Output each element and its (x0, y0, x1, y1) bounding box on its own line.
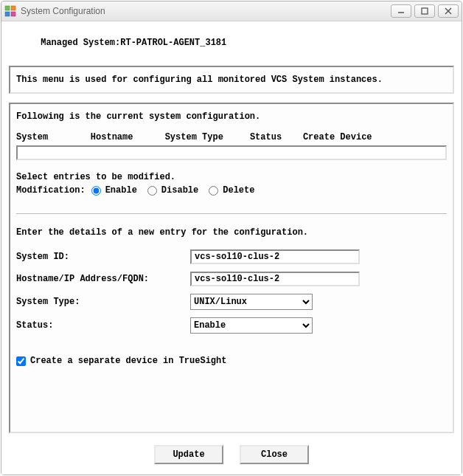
client-area: Managed System:RT-PATROL-AGENT_3181 This… (1, 21, 462, 475)
modification-label: Modification: (16, 185, 86, 196)
managed-system-prefix: Managed System: (41, 38, 120, 48)
window-frame: System Configuration Managed System:RT-P… (1, 1, 462, 475)
svg-rect-5 (422, 8, 428, 14)
detail-intro: Enter the details of a new entry for the… (16, 227, 447, 238)
close-dialog-button[interactable]: Close (240, 445, 309, 464)
svg-rect-1 (11, 6, 15, 10)
col-hostname: Hostname (91, 132, 133, 142)
system-type-select[interactable]: UNIX/Linux (190, 294, 313, 310)
maximize-button[interactable] (414, 4, 435, 18)
minimize-button[interactable] (391, 4, 411, 18)
mod-radio-delete[interactable] (209, 186, 218, 196)
create-device-label: Create a separate device in TrueSight (30, 356, 226, 366)
managed-system-heading: Managed System:RT-PATROL-AGENT_3181 (9, 27, 454, 58)
button-bar: Update Close (7, 435, 456, 472)
separator (16, 213, 447, 214)
table-headers: System Hostname System Type Status Creat… (16, 132, 447, 142)
update-button[interactable]: Update (154, 445, 223, 464)
mod-radio-enable[interactable] (91, 186, 101, 196)
app-icon (4, 5, 16, 17)
svg-rect-3 (11, 12, 15, 16)
close-button[interactable] (438, 4, 459, 18)
titlebar: System Configuration (1, 1, 462, 21)
mod-radio-disable[interactable] (147, 186, 157, 196)
hostname-label: Hostname/IP Address/FQDN: (16, 274, 190, 284)
entries-list[interactable] (16, 145, 447, 160)
mod-radio-enable-label: Enable (105, 185, 137, 196)
managed-system-name: RT-PATROL-AGENT_3181 (120, 38, 226, 48)
mod-radio-delete-label: Delete (223, 185, 254, 196)
col-create-device: Create Device (303, 132, 372, 142)
hostname-input[interactable] (190, 272, 360, 286)
status-label: Status: (16, 320, 190, 331)
mod-radio-disable-label: Disable (161, 185, 198, 196)
col-status: Status (250, 132, 282, 142)
col-system: System (16, 132, 48, 142)
panel-intro: Following is the current system configur… (16, 111, 447, 122)
config-panel: Following is the current system configur… (9, 103, 454, 433)
modification-row: Modification: Enable Disable Delete (16, 185, 447, 196)
svg-rect-2 (5, 12, 10, 16)
create-device-checkbox[interactable] (16, 356, 26, 366)
select-entries-label: Select entries to be modified. (16, 172, 447, 182)
col-system-type: System Type (165, 132, 223, 142)
system-id-input[interactable] (190, 249, 360, 264)
info-box: This menu is used for configuring all mo… (9, 66, 454, 94)
system-id-label: System ID: (16, 252, 190, 262)
svg-rect-0 (5, 6, 10, 10)
window-title: System Configuration (21, 6, 105, 16)
system-type-label: System Type: (16, 297, 190, 307)
status-select[interactable]: Enable (190, 317, 313, 334)
